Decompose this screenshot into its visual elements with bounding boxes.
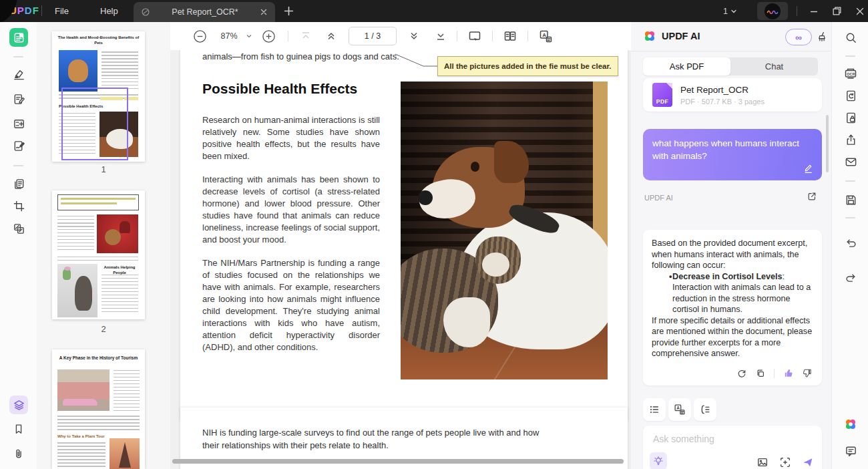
document-viewport[interactable]: animals—from fish to guinea pigs to dogs…	[170, 50, 631, 469]
search-button[interactable]	[841, 28, 860, 47]
menu-file[interactable]: File	[55, 0, 69, 22]
ask-input[interactable]	[652, 433, 808, 445]
panel-scrollbar[interactable]	[826, 115, 829, 172]
menu-help[interactable]: Help	[100, 0, 118, 22]
paragraph: The NIH/Mars Partnership is funding a ra…	[202, 257, 380, 353]
bullet-body: Interaction with animals can lead to a r…	[672, 283, 811, 314]
comment-tool-button[interactable]	[9, 65, 28, 84]
ocr-button[interactable]: OCR	[841, 64, 860, 83]
zoom-in-icon[interactable]	[262, 29, 276, 43]
window-close-icon[interactable]	[855, 7, 865, 16]
translate-icon[interactable]: A	[539, 29, 553, 43]
reading-mode-icon[interactable]	[503, 29, 517, 43]
titlebar-divider	[41, 5, 42, 16]
thumbs-down-icon[interactable]	[802, 367, 813, 379]
assistant-label: UPDF AI	[644, 194, 673, 202]
zoom-dropdown-caret-icon[interactable]	[246, 33, 252, 39]
undo-button[interactable]	[841, 233, 860, 252]
account-avatar[interactable]	[757, 2, 788, 20]
titlebar: U P D F File Help Pet Report_OCR* 1	[0, 0, 868, 22]
zoom-out-icon[interactable]	[193, 29, 207, 43]
tab-close-icon[interactable]	[259, 7, 268, 17]
attachment-button[interactable]	[9, 444, 28, 463]
tab-ask-pdf[interactable]: Ask PDF	[643, 57, 730, 75]
compare-button[interactable]	[9, 219, 28, 238]
layers-button[interactable]	[9, 396, 28, 414]
window-minimize-icon[interactable]	[809, 7, 819, 16]
reader-mode-button[interactable]	[9, 28, 28, 47]
document-text-line: animals—from fish to guinea pigs to dogs…	[202, 51, 399, 61]
email-button[interactable]	[841, 152, 860, 171]
protect-button[interactable]	[841, 108, 860, 127]
window-restore-icon[interactable]	[832, 6, 842, 16]
edit-message-icon[interactable]	[803, 163, 814, 174]
dog-costume-photo-mini	[97, 214, 138, 253]
previous-page-icon[interactable]	[326, 31, 337, 41]
callout-mini	[57, 194, 139, 210]
cat-photo-mini	[59, 50, 97, 92]
horizontal-scrollbar[interactable]	[172, 459, 624, 464]
wave-logo-icon	[767, 9, 779, 14]
ai-panel-title: UPDF AI	[662, 31, 700, 41]
text-lines	[57, 216, 94, 253]
send-icon[interactable]	[802, 456, 814, 468]
copy-icon[interactable]	[755, 368, 766, 379]
divider	[845, 217, 855, 218]
clear-chat-icon[interactable]	[816, 31, 828, 43]
outline-button[interactable]	[694, 398, 716, 421]
document-heading: Possible Health Effects	[202, 81, 357, 97]
share-button[interactable]	[841, 130, 860, 149]
notification-badge[interactable]: 1	[723, 0, 737, 22]
last-page-icon[interactable]	[435, 31, 446, 41]
presentation-mode-icon[interactable]	[468, 29, 481, 43]
thumbnail-page-2[interactable]: Animals Helping People	[52, 190, 145, 319]
idea-lamp-button[interactable]	[650, 452, 667, 469]
divider	[774, 369, 775, 378]
ai-panel: UPDF AI ∞ Ask PDF Chat PDF Pet Report_OC…	[631, 22, 831, 469]
sticky-note[interactable]: All the pictures added in the fie must b…	[437, 56, 618, 76]
file-card[interactable]: PDF Pet Report_OCR PDF · 507.7 KB · 3 pa…	[643, 78, 822, 112]
save-button[interactable]	[841, 190, 860, 209]
input-actions	[756, 456, 814, 468]
thumbnail-page-3[interactable]: A Key Phase in the History of Tourism Wh…	[52, 349, 145, 469]
document-tab[interactable]: Pet Report_OCR*	[134, 2, 275, 22]
thumbnail-page-1[interactable]: The Health and Mood-Boosting Benefits of…	[52, 31, 145, 162]
chat-list-button[interactable]	[643, 398, 666, 421]
next-page-icon[interactable]	[409, 31, 419, 41]
unlimited-button[interactable]: ∞	[785, 29, 812, 45]
add-image-icon[interactable]	[756, 456, 769, 468]
svg-text:A: A	[676, 406, 680, 410]
feedback-button[interactable]	[841, 442, 860, 460]
organize-pages-button[interactable]	[9, 174, 28, 193]
sign-button[interactable]	[9, 136, 28, 155]
regenerate-icon[interactable]	[736, 368, 747, 379]
avatar	[765, 3, 781, 19]
redo-button[interactable]	[841, 268, 860, 287]
updf-ai-sidebar-button[interactable]	[841, 415, 860, 434]
document-paragraphs: Research on human-animal interactions is…	[202, 114, 380, 365]
zoom-level[interactable]: 87%	[218, 31, 240, 41]
new-tab-icon[interactable]	[284, 6, 294, 16]
bookmark-button[interactable]	[9, 420, 28, 438]
screenshot-icon[interactable]	[779, 456, 791, 468]
tab-chat[interactable]: Chat	[730, 57, 818, 75]
crop-button[interactable]	[9, 196, 28, 215]
edit-pdf-button[interactable]	[9, 90, 28, 108]
response-intro: Based on the provided document excerpt, …	[652, 238, 813, 271]
convert-button[interactable]	[841, 86, 860, 105]
first-page-icon[interactable]	[300, 31, 311, 41]
open-external-icon[interactable]	[807, 191, 817, 202]
prepare-form-button[interactable]	[9, 114, 28, 133]
text-lines	[114, 370, 140, 412]
viewport-indicator[interactable]	[61, 88, 128, 160]
page-number-input[interactable]: 1 / 3	[349, 27, 397, 45]
divider	[13, 56, 23, 57]
ai-input-card	[643, 426, 822, 469]
response-outro: If more specific details or additional e…	[652, 315, 813, 359]
translate-chat-button[interactable]: A	[668, 398, 691, 421]
thumbs-up-icon[interactable]	[783, 367, 794, 379]
tab-title: Pet Report_OCR*	[151, 7, 259, 17]
bullet-title: Decrease in Cortisol Levels	[672, 272, 783, 281]
text-lines	[57, 416, 140, 430]
text-lines	[101, 275, 138, 315]
